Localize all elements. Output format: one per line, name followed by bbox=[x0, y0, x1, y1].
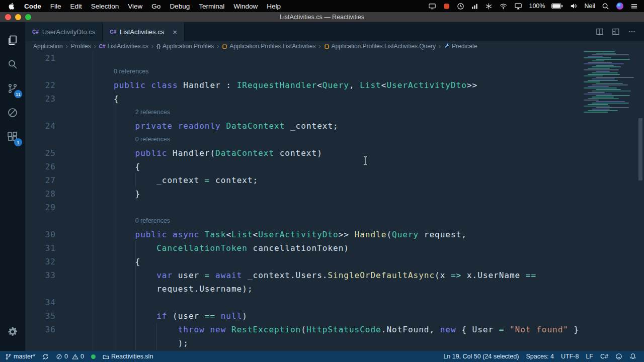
menu-item-selection[interactable]: Selection bbox=[91, 3, 119, 10]
line-number[interactable] bbox=[25, 282, 71, 296]
line-number[interactable]: 23 bbox=[25, 92, 71, 106]
breadcrumb-item[interactable]: Application.Profiles.ListActivities.Quer… bbox=[324, 43, 436, 50]
line-number[interactable]: 22 bbox=[25, 78, 71, 92]
line-number[interactable] bbox=[25, 336, 71, 350]
window-titlebar[interactable]: ListActivities.cs — Reactivities bbox=[0, 12, 644, 22]
code-line[interactable] bbox=[71, 296, 644, 309]
line-number[interactable]: 29 bbox=[25, 201, 71, 214]
cursor-position[interactable]: Ln 19, Col 50 (24 selected) bbox=[440, 351, 522, 362]
menu-item-code[interactable]: Code bbox=[24, 3, 41, 10]
breadcrumb-item[interactable]: {}Application.Profiles bbox=[156, 43, 214, 50]
menu-item-view[interactable]: View bbox=[128, 3, 142, 10]
line-number[interactable]: 25 bbox=[25, 146, 71, 160]
line-number[interactable]: 27 bbox=[25, 173, 71, 187]
tab-useractivitydto-cs[interactable]: C#UserActivityDto.cs bbox=[25, 22, 103, 41]
code-line[interactable]: public class Handler : IRequestHandler<Q… bbox=[71, 78, 644, 92]
more-actions-icon[interactable] bbox=[628, 28, 636, 36]
menu-item-debug[interactable]: Debug bbox=[170, 3, 190, 10]
line-number[interactable]: 32 bbox=[25, 255, 71, 268]
code-line[interactable]: } bbox=[71, 187, 644, 201]
line-number[interactable]: 33 bbox=[25, 268, 71, 282]
menu-item-terminal[interactable]: Terminal bbox=[199, 3, 224, 10]
code-line[interactable]: if (user == null) bbox=[71, 309, 644, 323]
zoom-window-button[interactable] bbox=[25, 14, 31, 20]
problems-item[interactable]: 0 0 bbox=[52, 351, 88, 362]
vertical-scrollbar-thumb[interactable] bbox=[638, 118, 642, 180]
line-number[interactable]: 21 bbox=[25, 51, 71, 65]
code-line[interactable]: { bbox=[71, 255, 644, 268]
editor-layout-icon[interactable] bbox=[612, 28, 620, 36]
editor[interactable]: 210 references22 public class Handler : … bbox=[25, 51, 644, 351]
airplay-icon[interactable] bbox=[514, 3, 522, 10]
codelens-references[interactable]: 2 references bbox=[71, 106, 170, 119]
breadcrumb-item[interactable]: Profiles bbox=[71, 43, 91, 50]
wifi-icon[interactable] bbox=[499, 3, 508, 10]
code-line[interactable] bbox=[71, 201, 644, 214]
breadcrumb-item[interactable]: Application bbox=[33, 43, 63, 50]
menu-lines-icon[interactable] bbox=[630, 2, 638, 10]
line-number[interactable]: 28 bbox=[25, 187, 71, 201]
levels-icon[interactable] bbox=[471, 3, 478, 10]
eol-setting[interactable]: LF bbox=[582, 351, 597, 362]
breadcrumb-item[interactable]: Predicate bbox=[444, 43, 477, 50]
git-branch-item[interactable]: master* bbox=[0, 351, 39, 362]
source-control-icon[interactable]: 11 bbox=[0, 76, 25, 101]
code-line[interactable]: private readonly DataContext _context; bbox=[71, 119, 644, 133]
settings-gear-icon[interactable] bbox=[0, 320, 25, 344]
line-number[interactable]: 26 bbox=[25, 160, 71, 173]
debug-icon[interactable] bbox=[0, 101, 25, 125]
record-icon[interactable] bbox=[443, 3, 450, 10]
close-tab-icon[interactable]: × bbox=[173, 28, 177, 36]
encoding-setting[interactable]: UTF-8 bbox=[557, 351, 582, 362]
status-indicator-dot[interactable] bbox=[88, 351, 99, 362]
line-number[interactable]: 34 bbox=[25, 296, 71, 309]
code-line[interactable]: _context = context; bbox=[71, 173, 644, 187]
line-number[interactable]: 31 bbox=[25, 241, 71, 255]
notifications-bell-icon[interactable] bbox=[626, 351, 640, 362]
volume-icon[interactable] bbox=[570, 3, 578, 10]
menu-item-window[interactable]: Window bbox=[233, 3, 258, 10]
sync-icon[interactable] bbox=[39, 351, 52, 362]
snowflake-icon[interactable] bbox=[485, 3, 493, 10]
codelens-references[interactable]: 0 references bbox=[71, 214, 170, 228]
siri-icon[interactable] bbox=[616, 2, 624, 10]
line-number[interactable] bbox=[25, 214, 71, 228]
code-line[interactable]: public async Task<List<UserActivityDto>>… bbox=[71, 228, 644, 241]
close-window-button[interactable] bbox=[5, 14, 11, 20]
menu-item-help[interactable]: Help bbox=[267, 3, 281, 10]
code-line[interactable]: request.Username); bbox=[71, 282, 644, 296]
code-line[interactable]: { bbox=[71, 160, 644, 173]
split-editor-icon[interactable] bbox=[596, 28, 604, 36]
minimize-window-button[interactable] bbox=[15, 14, 21, 20]
code-line[interactable]: CancellationToken cancellationToken) bbox=[71, 241, 644, 255]
search-icon[interactable] bbox=[0, 52, 25, 76]
menu-item-file[interactable]: File bbox=[50, 3, 61, 10]
indentation-setting[interactable]: Spaces: 4 bbox=[522, 351, 557, 362]
feedback-smiley-icon[interactable] bbox=[612, 351, 626, 362]
line-number[interactable]: 24 bbox=[25, 119, 71, 133]
display-icon[interactable] bbox=[428, 3, 436, 10]
codelens-references[interactable]: 0 references bbox=[71, 133, 170, 146]
line-number[interactable] bbox=[25, 106, 71, 119]
line-number[interactable]: 36 bbox=[25, 323, 71, 336]
language-mode[interactable]: C# bbox=[597, 351, 612, 362]
battery-icon[interactable] bbox=[551, 3, 563, 10]
extensions-icon[interactable]: 1 bbox=[0, 125, 25, 149]
explorer-icon[interactable] bbox=[0, 28, 25, 52]
line-number[interactable]: 35 bbox=[25, 309, 71, 323]
line-number[interactable] bbox=[25, 133, 71, 146]
code-line[interactable]: public Handler(DataContext context) bbox=[71, 146, 644, 160]
code-line[interactable]: { bbox=[71, 92, 644, 106]
line-number[interactable] bbox=[25, 65, 71, 78]
menu-item-edit[interactable]: Edit bbox=[70, 3, 82, 10]
tab-listactivities-cs[interactable]: C#ListActivities.cs× bbox=[103, 22, 185, 41]
minimap[interactable] bbox=[584, 51, 636, 117]
menu-item-go[interactable]: Go bbox=[151, 3, 160, 10]
breadcrumb-item[interactable]: Application.Profiles.ListActivities bbox=[222, 43, 315, 50]
spotlight-icon[interactable] bbox=[602, 2, 609, 10]
codelens-references[interactable]: 0 references bbox=[71, 65, 149, 78]
code-line[interactable] bbox=[71, 51, 644, 65]
clock-icon[interactable] bbox=[457, 3, 464, 10]
apple-menu-icon[interactable] bbox=[8, 3, 15, 10]
line-number[interactable]: 30 bbox=[25, 228, 71, 241]
